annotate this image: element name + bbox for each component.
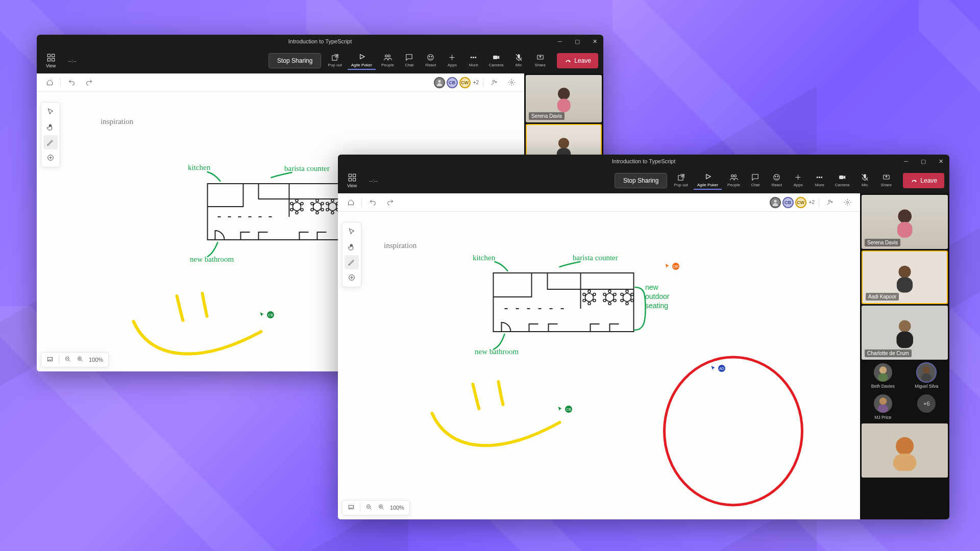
stop-sharing-button[interactable]: Stop Sharing [615, 173, 667, 188]
svg-point-90 [621, 293, 623, 296]
small-avatar-mj[interactable]: MJ Price [863, 394, 903, 420]
svg-point-73 [588, 290, 591, 293]
leave-button[interactable]: Leave [903, 173, 944, 188]
overflow-count[interactable]: +2 [473, 80, 479, 85]
leave-button[interactable]: Leave [557, 53, 598, 68]
camera-button[interactable]: Camera [485, 52, 507, 70]
zoom-in-icon[interactable] [77, 356, 84, 364]
home-icon[interactable] [344, 196, 357, 209]
svg-point-12 [473, 57, 474, 58]
view-button[interactable]: View [343, 171, 361, 190]
fit-icon[interactable] [46, 356, 54, 364]
avatar[interactable]: CW [795, 197, 806, 208]
agile-poker-button[interactable]: Agile Poker [348, 52, 376, 70]
svg-point-6 [385, 55, 387, 57]
svg-point-13 [475, 57, 476, 58]
more-participants-button[interactable]: +6 [906, 394, 947, 420]
small-avatar-beth[interactable]: Beth Davies [863, 363, 903, 389]
whiteboard-subbar: CB CW +2 [37, 73, 524, 92]
svg-rect-53 [353, 179, 355, 181]
video-tile[interactable]: Serena Davis [526, 75, 602, 122]
popout-button[interactable]: Pop out [324, 52, 346, 70]
people-button[interactable]: People [724, 171, 744, 190]
annotation-kitchen: kitchen [188, 163, 210, 172]
camera-button[interactable]: Camera [831, 171, 853, 190]
svg-point-76 [583, 293, 585, 296]
zoom-level: 100% [390, 505, 404, 511]
video-tile-charlotte[interactable]: Charlotte de Crum [862, 306, 948, 360]
zoom-out-icon[interactable] [365, 504, 373, 512]
overflow-count[interactable]: +2 [809, 199, 815, 205]
svg-point-11 [471, 57, 472, 58]
avatar[interactable]: CW [459, 77, 471, 88]
remote-cursor-blue: AD [710, 365, 725, 372]
agile-poker-button[interactable]: Agile Poker [694, 171, 722, 190]
more-button[interactable]: More [464, 52, 483, 70]
svg-rect-106 [921, 373, 932, 382]
teams-window-front: Introduction to TypeScript ─ ▢ ✕ View --… [338, 155, 949, 519]
mic-button[interactable]: Mic [509, 52, 528, 70]
react-button[interactable]: React [421, 52, 440, 70]
stop-sharing-button[interactable]: Stop Sharing [268, 53, 321, 68]
zoom-in-icon[interactable] [378, 504, 385, 512]
svg-point-40 [326, 203, 329, 205]
redo-icon[interactable] [383, 196, 397, 209]
settings-icon[interactable] [505, 76, 518, 89]
svg-rect-0 [47, 54, 50, 57]
more-button[interactable]: More [810, 171, 829, 190]
svg-point-61 [817, 177, 818, 178]
svg-point-92 [621, 299, 623, 302]
svg-point-88 [626, 303, 628, 305]
zoom-out-icon[interactable] [64, 356, 71, 364]
people-button[interactable]: People [378, 52, 398, 70]
svg-rect-50 [349, 174, 351, 177]
window-title: Introduction to TypeScript [338, 158, 949, 164]
svg-point-25 [301, 203, 303, 205]
svg-point-82 [614, 293, 616, 296]
avatar[interactable]: CB [447, 77, 458, 88]
undo-icon[interactable] [366, 196, 379, 209]
svg-point-35 [311, 209, 313, 211]
chat-button[interactable]: Chat [400, 52, 419, 70]
apps-button[interactable]: Apps [789, 171, 808, 190]
svg-point-101 [899, 320, 911, 333]
participant-avatars[interactable]: CB CW +2 [434, 77, 479, 88]
home-icon[interactable] [43, 76, 56, 89]
svg-point-68 [828, 200, 830, 202]
avatar[interactable] [770, 197, 781, 208]
svg-point-57 [734, 175, 736, 177]
popout-button[interactable]: Pop out [670, 171, 692, 190]
svg-rect-21 [208, 184, 340, 240]
svg-point-31 [316, 212, 318, 214]
whiteboard-canvas[interactable]: inspiration kitchen barista counter newo… [338, 212, 860, 519]
view-button[interactable]: View [42, 51, 60, 70]
apps-button[interactable]: Apps [443, 52, 462, 70]
react-button[interactable]: React [767, 171, 787, 190]
share-button[interactable]: Share [530, 52, 550, 70]
svg-point-19 [510, 82, 512, 84]
svg-point-7 [388, 55, 390, 57]
svg-point-67 [774, 199, 776, 202]
chat-button[interactable]: Chat [746, 171, 765, 190]
titlebar: Introduction to TypeScript ─ ▢ ✕ [338, 155, 949, 168]
avatar[interactable]: CB [782, 197, 794, 208]
avatar[interactable] [434, 77, 445, 88]
video-tile-serena[interactable]: Serena Davis [862, 195, 948, 249]
fit-icon[interactable] [348, 504, 355, 512]
follow-icon[interactable] [823, 196, 837, 209]
follow-icon[interactable] [487, 76, 501, 89]
redo-icon[interactable] [82, 76, 95, 89]
share-button[interactable]: Share [876, 171, 896, 190]
annotation-bathroom: new bathroom [190, 255, 234, 264]
video-tile-self[interactable] [862, 423, 948, 478]
svg-point-87 [626, 290, 628, 293]
mic-button[interactable]: Mic [855, 171, 874, 190]
svg-point-24 [296, 212, 298, 214]
small-avatar-miguel[interactable]: Miguel Silva [906, 363, 947, 389]
undo-icon[interactable] [65, 76, 78, 89]
participant-avatars[interactable]: CB CW +2 [770, 197, 815, 208]
svg-point-27 [301, 209, 303, 211]
settings-icon[interactable] [841, 196, 854, 209]
video-tile-aadi[interactable]: Aadi Kapoor [862, 251, 948, 305]
toolbar-icons: Pop out Agile Poker People Chat React Ap… [324, 52, 550, 70]
